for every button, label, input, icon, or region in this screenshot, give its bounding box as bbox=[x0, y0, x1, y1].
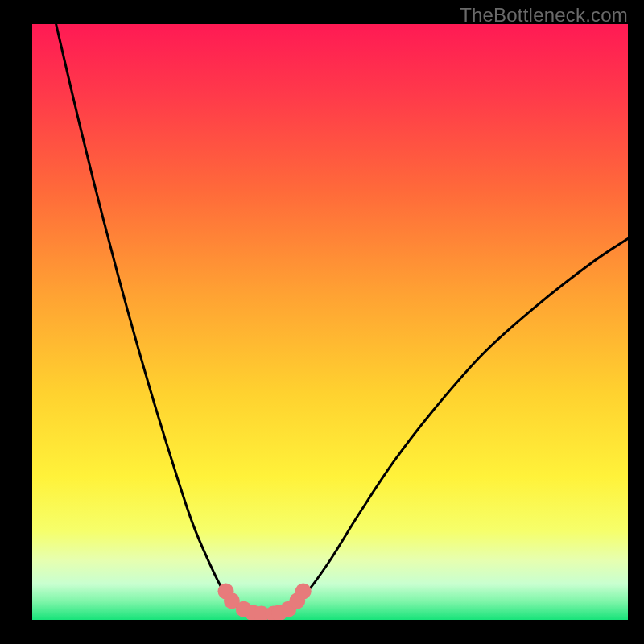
chart-frame: TheBottleneck.com bbox=[0, 0, 644, 644]
gradient-background bbox=[32, 24, 628, 620]
valley-marker bbox=[295, 583, 312, 599]
attribution-label: TheBottleneck.com bbox=[460, 4, 628, 27]
chart-svg bbox=[32, 24, 628, 620]
plot-area bbox=[32, 24, 628, 620]
